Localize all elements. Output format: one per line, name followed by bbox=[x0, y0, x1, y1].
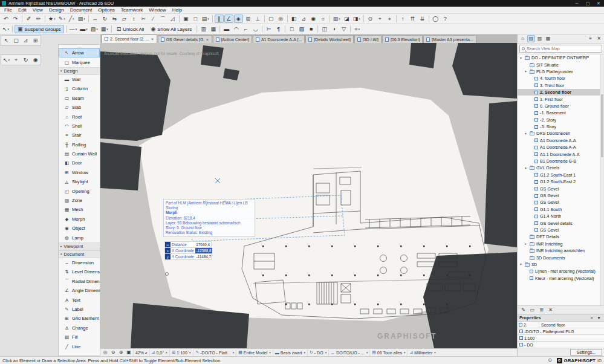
tool-grid-element[interactable]: ⊞Grid Element bbox=[59, 314, 100, 323]
tree-item-gs-gevel[interactable]: GS Gevel bbox=[518, 227, 600, 233]
tool-level-dimension[interactable]: ⇅Level Dimension bbox=[59, 267, 100, 276]
tool-dimension[interactable]: ↔Dimension bbox=[59, 258, 100, 267]
tree-item-g1-2-south-east-1[interactable]: G1.2 South-East 1 bbox=[518, 172, 600, 178]
tool-stair[interactable]: ≡Stair bbox=[59, 131, 100, 140]
tool-beam[interactable]: ▭Beam bbox=[59, 94, 100, 103]
property-row-1-100[interactable]: 1:100 bbox=[518, 335, 604, 342]
tree-item-sit-situatie[interactable]: SIT Situatie bbox=[518, 61, 600, 68]
grid-palette-icon[interactable]: ⊞ bbox=[31, 36, 40, 45]
tree-item-gs-gevel[interactable]: GS Gevel bbox=[518, 185, 600, 192]
tool-railing[interactable]: ╫Railing bbox=[59, 140, 100, 149]
close-tab-icon[interactable]: ✕ bbox=[151, 37, 154, 41]
view-map-search[interactable] bbox=[519, 45, 602, 53]
tree-item-lijnen-met-arcering-vectorial[interactable]: Lijnen - met arcering (Vectorial) bbox=[518, 268, 600, 275]
status-settings-icon[interactable]: ⊙ bbox=[547, 357, 554, 364]
tab-a1-doorsnede-a-a[interactable]: A1 Doorsnede A-A [... bbox=[253, 35, 305, 43]
tool-shell[interactable]: ◠Shell bbox=[59, 122, 100, 131]
tool-line[interactable]: ╱Line bbox=[59, 342, 100, 351]
snap-guides-icon[interactable]: ∠ bbox=[224, 15, 233, 23]
arrow-palette-icon[interactable]: ↖ bbox=[2, 36, 11, 45]
tool-marquee[interactable]: ▢Marquee bbox=[59, 57, 100, 67]
tab-2-second-floor-2[interactable]: 2. Second floor [2. ...✕ bbox=[102, 34, 157, 43]
tree-item-3d-documents[interactable]: 3D Documents bbox=[518, 254, 600, 261]
split-icon[interactable]: ∕ bbox=[149, 15, 158, 23]
pick-up-parameters-icon[interactable]: ✐ bbox=[24, 15, 33, 23]
fillet-icon[interactable]: ⌒ bbox=[158, 15, 167, 23]
project-map-icon[interactable]: ⌂ bbox=[519, 35, 527, 42]
maximize-button[interactable]: ▢ bbox=[584, 1, 591, 6]
tree-item-1-basement[interactable]: -1. Basement bbox=[518, 109, 600, 116]
surface-combo[interactable]: ▨▾ bbox=[89, 25, 99, 33]
tree-item-2-second-floor[interactable]: 2. Second floor bbox=[518, 89, 600, 96]
tab-3d-all[interactable]: [3D / All] bbox=[354, 35, 382, 43]
settings-button[interactable]: Settings... bbox=[570, 349, 602, 356]
tool-opening[interactable]: ◰Opening bbox=[59, 186, 100, 195]
property-row-do-to-plattegrond-plg[interactable]: -DO/TO - Plattegrond PLG bbox=[518, 328, 604, 335]
tree-item-0-ground-floor[interactable]: 0. Ground floor bbox=[518, 103, 600, 109]
find-select-icon[interactable]: ◯ bbox=[431, 15, 440, 23]
properties-menu-icon[interactable]: ≡ bbox=[588, 315, 595, 321]
view-id-cell[interactable]: 2. bbox=[518, 322, 539, 328]
tool-zone[interactable]: ▨Zone bbox=[59, 196, 100, 205]
tool-object[interactable]: ◉Object bbox=[59, 224, 100, 233]
unlock-all-button[interactable]: ⊡Unlock All bbox=[114, 25, 148, 33]
layer-hide-icon[interactable]: ▥ bbox=[199, 25, 208, 33]
sun-study-icon[interactable]: ☼ bbox=[319, 15, 328, 23]
close-button[interactable]: ✕ bbox=[595, 1, 602, 6]
tool-skylight[interactable]: ◬Skylight bbox=[59, 177, 100, 186]
tree-item-3d[interactable]: ▾3D bbox=[518, 261, 600, 268]
arrow-tool-icon[interactable]: ↖▾ bbox=[1, 25, 10, 33]
graphisoft-id-button[interactable]: G GRAPHISOFT ID bbox=[557, 358, 602, 363]
floor-plan-canvas[interactable]: Archicad Education Version, not for resa… bbox=[100, 43, 517, 348]
close-tab-icon[interactable]: ✕ bbox=[206, 37, 209, 42]
fit-in-window-icon[interactable]: ▣ bbox=[125, 349, 132, 356]
auto-dimension-icon[interactable]: ⊢ bbox=[264, 25, 273, 33]
tab-action-center[interactable]: [Action Center] bbox=[213, 35, 252, 43]
tab-06-3-elevation[interactable]: [06.3 Elevation] bbox=[382, 35, 423, 43]
property-row-do[interactable]: - DO bbox=[518, 342, 604, 348]
show-all-layers-button[interactable]: ◉Show All Layers bbox=[148, 25, 195, 33]
tool-column[interactable]: ▯Column bbox=[59, 84, 100, 93]
fill-type-icon[interactable]: ▨▾ bbox=[77, 15, 86, 23]
tree-item-gs-gevel[interactable]: GS Gevel bbox=[518, 199, 600, 206]
tree-item-4-fourth-floor[interactable]: 4. fourth floor bbox=[518, 75, 600, 82]
quick-options-icon[interactable]: ≡▾ bbox=[352, 25, 362, 33]
redo-icon[interactable]: ↷ bbox=[11, 15, 20, 23]
annotation-icon[interactable]: ¶ bbox=[274, 25, 283, 33]
move-icon[interactable]: ↔ bbox=[91, 15, 100, 23]
inject-parameters-icon[interactable]: ✏ bbox=[34, 15, 43, 23]
tree-item-gs-gevel[interactable]: GS Gevel bbox=[518, 192, 600, 199]
search-input[interactable] bbox=[527, 47, 600, 51]
camera-icon[interactable]: ◉ bbox=[309, 15, 318, 23]
pointer-palette-icon[interactable]: ↖▾ bbox=[2, 56, 11, 64]
gravity-icon[interactable]: ⊥ bbox=[253, 15, 262, 23]
tool-morph[interactable]: ◆Morph bbox=[59, 215, 100, 224]
help-icon[interactable]: ? bbox=[441, 15, 450, 23]
layer-combination-combo[interactable]: ✎-DO/TO - Platt...▾ bbox=[193, 349, 236, 356]
tree-item-a1-doorsnede-a-a[interactable]: A1 Doorsnede A-A bbox=[518, 137, 600, 144]
menu-document[interactable]: Document bbox=[67, 7, 95, 13]
grid-snap-icon[interactable]: ⊞ bbox=[244, 15, 253, 23]
clone-folder-icon[interactable]: ⊞ bbox=[537, 307, 545, 314]
renovation-demolished-icon[interactable]: ▨ bbox=[297, 25, 306, 33]
coordinate-origin-icon[interactable]: + bbox=[375, 15, 385, 23]
renovation-filter-combo[interactable]: ↻- DO▾ bbox=[307, 349, 328, 356]
line-weight-combo[interactable]: —▾ bbox=[68, 25, 79, 33]
tab-gs-gevel-details-g[interactable]: GS Gevel details [G...✕ bbox=[158, 35, 212, 43]
navigator-options-icon[interactable]: ≡ bbox=[586, 35, 594, 42]
snap-points-icon[interactable]: ◈ bbox=[234, 15, 243, 23]
tree-item-g1-1-south[interactable]: G1.1 South bbox=[518, 206, 600, 213]
structure-display-combo[interactable]: ▦Entire Model▾ bbox=[236, 349, 272, 356]
group-icon[interactable]: ▣ bbox=[181, 15, 190, 23]
toolbox-section-viewpoint[interactable]: ▸Viewpoint bbox=[59, 242, 100, 250]
tree-item-b1-doorsnede-b-b[interactable]: B1 Doorsnede B-B bbox=[518, 158, 600, 164]
tool-slab[interactable]: ▱Slab bbox=[59, 103, 100, 112]
properties-collapse-icon[interactable]: ▾ bbox=[596, 315, 602, 321]
ungroup-icon[interactable]: □ bbox=[191, 15, 200, 23]
teamwork-send-icon[interactable]: ⇈ bbox=[408, 15, 417, 23]
edit-view-icon[interactable]: ✎ bbox=[519, 307, 527, 314]
stretch-icon[interactable]: ↕ bbox=[129, 15, 138, 23]
tool-wall[interactable]: ▬Wall bbox=[59, 75, 100, 84]
menu-file[interactable]: File bbox=[1, 7, 15, 13]
unit-combo[interactable]: ⊿Millimeter▾ bbox=[407, 349, 437, 356]
